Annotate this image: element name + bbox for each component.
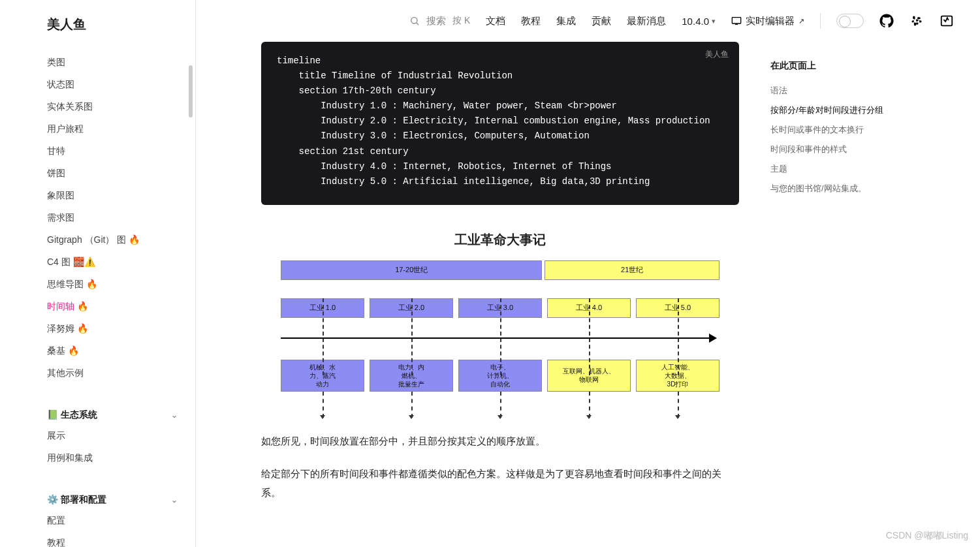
svg-rect-4 [941,16,953,26]
timeline-desc-4: 人工智能、 大数据、 3D打印 [636,360,719,392]
sidebar-item-13[interactable]: 桑基 🔥 [47,340,178,362]
code-lang-badge: 美人鱼 [705,48,729,61]
sidebar-item-8[interactable]: Gitgraph （Git） 图 🔥 [47,229,178,251]
toc-item-2[interactable]: 长时间或事件的文本换行 [770,120,921,140]
timeline-period-2: 工业 3.0 [458,298,542,318]
sidebar-item-3[interactable]: 用户旅程 [47,118,178,140]
watermark: CSDN @嘟嘟Listing [886,530,968,542]
timeline-desc-3: 互联网、机器人、 物联网 [547,360,631,392]
theme-toggle[interactable] [836,14,864,28]
scrollbar[interactable] [189,65,193,117]
timeline-desc-1: 电力、内 燃机、 批量生产 [370,360,453,392]
github-icon[interactable] [879,14,894,28]
timeline-period-4: 工业 5.0 [636,298,719,318]
code-block: 美人鱼timeline title Timeline of Industrial… [261,42,739,205]
slack-icon[interactable] [909,14,924,28]
chevron-down-icon: ⌄ [171,411,178,420]
sidebar-subitem-0-1[interactable]: 用例和集成 [47,447,178,469]
toc-item-5[interactable]: 与您的图书馆/网站集成。 [770,179,921,198]
toc-title: 在此页面上 [770,60,921,72]
svg-point-0 [411,18,417,23]
timeline-desc-0: 机械、水 力、蒸汽 动力 [281,360,364,392]
paragraph-1: 如您所见，时间段放置在部分中，并且部分按其定义的顺序放置。 [261,432,739,451]
svg-line-1 [417,23,419,25]
sidebar-section-1[interactable]: ⚙️ 部署和配置⌄ [47,488,178,510]
paragraph-2: 给定部分下的所有时间段和事件都遵循类似的配色方案。这样做是为了更容易地查看时间段… [261,465,739,502]
timeline-period-1: 工业 2.0 [370,298,453,318]
code-text: timeline title Timeline of Industrial Re… [277,55,710,187]
sidebar-subitem-1-0[interactable]: 配置 [47,510,178,532]
external-icon: ↗ [798,17,804,25]
sidebar-item-11[interactable]: 时间轴 🔥 [47,296,178,318]
site-title: 美人鱼 [47,16,178,33]
sidebar: 美人鱼 类图状态图实体关系图用户旅程甘特饼图象限图需求图Gitgraph （Gi… [0,0,196,547]
toc-item-3[interactable]: 时间段和事件的样式 [770,140,921,159]
sidebar-item-12[interactable]: 泽努姆 🔥 [47,318,178,340]
svg-rect-2 [732,18,740,23]
timeline-arrow [281,326,719,351]
toc-item-1[interactable]: 按部分/年龄对时间段进行分组 [770,101,921,120]
sidebar-section-0[interactable]: 📗 生态系统⌄ [47,403,178,425]
sidebar-item-5[interactable]: 饼图 [47,163,178,185]
timeline-section-0: 17-20世纪 [281,260,542,280]
sidebar-item-0[interactable]: 类图 [47,52,178,74]
search-kbd: 按 K [452,15,470,27]
timeline-period-3: 工业 4.0 [547,298,631,318]
sidebar-item-4[interactable]: 甘特 [47,140,178,163]
article-prose: 如您所见，时间段放置在部分中，并且部分按其定义的顺序放置。 给定部分下的所有时间… [261,432,739,503]
toc: 在此页面上 语法按部分/年龄对时间段进行分组长时间或事件的文本换行时间段和事件的… [770,42,940,547]
sidebar-item-6[interactable]: 象限图 [47,185,178,207]
topbar: 搜索 按 K 文档教程集成贡献最新消息 10.4.0 ▾ 实时编辑器 ↗ [196,0,980,42]
chevron-down-icon: ▾ [712,17,716,25]
live-editor-label: 实时编辑器 [746,15,795,27]
search-label: 搜索 [426,15,446,27]
app-icon[interactable] [940,14,954,28]
timeline-diagram: 工业革命大事记 17-20世纪21世纪 工业 1.0工业 2.0工业 3.0工业… [281,231,719,418]
sidebar-item-10[interactable]: 思维导图 🔥 [47,274,178,296]
live-editor-link[interactable]: 实时编辑器 ↗ [731,15,804,27]
chevron-down-icon: ⌄ [171,495,178,505]
search-icon [409,16,420,26]
toc-item-0[interactable]: 语法 [770,81,921,101]
timeline-section-1: 21世纪 [545,260,719,280]
editor-icon [731,16,742,25]
toc-item-4[interactable]: 主题 [770,159,921,179]
nav-link-3[interactable]: 贡献 [592,15,611,27]
sidebar-subitem-1-1[interactable]: 教程 [47,532,178,547]
sidebar-item-2[interactable]: 实体关系图 [47,96,178,118]
nav-link-4[interactable]: 最新消息 [627,15,666,27]
diagram-title: 工业革命大事记 [281,231,719,249]
sidebar-item-7[interactable]: 需求图 [47,207,178,229]
version-dropdown[interactable]: 10.4.0 ▾ [682,16,716,27]
nav-link-0[interactable]: 文档 [486,15,505,27]
nav-link-2[interactable]: 集成 [556,15,576,27]
sidebar-item-9[interactable]: C4 图 🧱⚠️ [47,251,178,274]
version-label: 10.4.0 [682,16,709,27]
timeline-desc-2: 电子、 计算机、 自动化 [458,360,542,392]
svg-rect-3 [735,24,738,25]
sidebar-item-14[interactable]: 其他示例 [47,362,178,384]
nav-link-1[interactable]: 教程 [521,15,541,27]
sidebar-item-1[interactable]: 状态图 [47,74,178,96]
divider [820,13,821,29]
sidebar-subitem-0-0[interactable]: 展示 [47,425,178,447]
timeline-period-0: 工业 1.0 [281,298,364,318]
search-trigger[interactable]: 搜索 按 K [409,15,470,27]
